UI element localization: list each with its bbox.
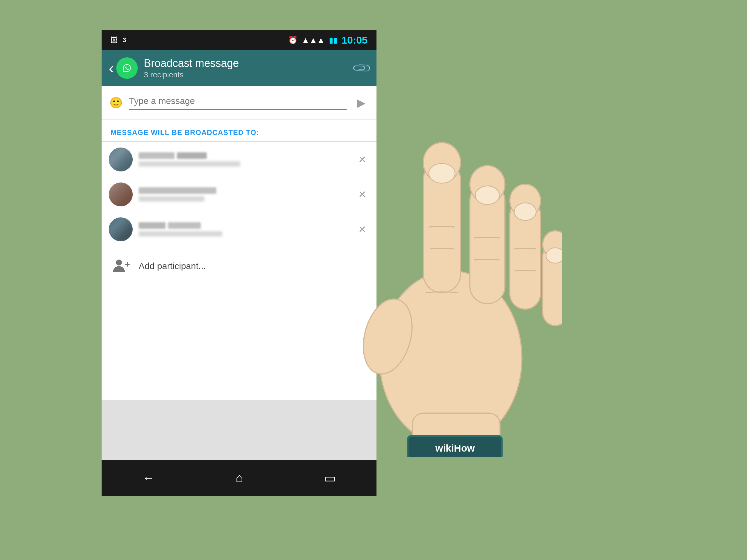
- sub-bar-3: [139, 231, 222, 237]
- svg-point-18: [429, 163, 455, 183]
- emoji-icon: 🙂: [109, 97, 123, 109]
- svg-text:wikiHow: wikiHow: [435, 443, 475, 454]
- name-bar-3b: [168, 222, 201, 229]
- signal-icon: ▲▲▲: [302, 35, 325, 45]
- recipient-avatar-3: [109, 217, 133, 241]
- svg-point-0: [120, 61, 134, 75]
- nav-back-button[interactable]: ←: [142, 471, 154, 485]
- recipient-info-3: [139, 222, 349, 237]
- sub-bar-1: [139, 161, 240, 167]
- svg-point-1: [116, 260, 122, 266]
- whatsapp-logo: [116, 57, 138, 79]
- sim-icon: 3: [123, 36, 126, 44]
- header-text: Broadcast message 3 recipients: [144, 57, 354, 79]
- name-bar-1a: [139, 152, 175, 159]
- page-wrapper: 🖼 3 ⏰ ▲▲▲ ▮▮ 10:05 ‹ Broadcast message: [0, 0, 747, 560]
- recipient-avatar-2: [109, 183, 133, 206]
- hand-svg-group: wikiHow: [356, 143, 562, 457]
- name-bar-3a: [139, 222, 165, 229]
- status-bar-right: ⏰ ▲▲▲ ▮▮ 10:05: [288, 34, 367, 46]
- clock-icon: ⏰: [288, 35, 298, 45]
- recipient-name-row-1: [139, 152, 349, 159]
- recipient-name-row-2: [139, 187, 349, 194]
- add-participant-label: Add participant...: [139, 261, 206, 271]
- status-bar-left: 🖼 3: [110, 36, 126, 44]
- recipient-name-row-3: [139, 222, 349, 229]
- back-button[interactable]: ‹: [109, 59, 114, 77]
- name-bar-1b: [177, 152, 207, 159]
- message-input[interactable]: [129, 96, 346, 106]
- name-bar-2a: [139, 187, 216, 194]
- attach-button[interactable]: 📎: [351, 57, 372, 79]
- send-button[interactable]: ▶: [352, 93, 370, 112]
- battery-icon: ▮▮: [329, 35, 337, 45]
- image-icon: 🖼: [110, 36, 118, 44]
- recipient-info-2: [139, 187, 349, 202]
- hand-illustration: wikiHow: [329, 128, 562, 457]
- message-input-wrapper: [129, 96, 346, 110]
- emoji-button[interactable]: 🙂: [108, 95, 124, 111]
- nav-recent-button[interactable]: ▭: [324, 471, 336, 485]
- recipient-avatar-1: [109, 148, 133, 171]
- header-bar: ‹ Broadcast message 3 recipients 📎: [102, 50, 377, 86]
- message-input-underline: [129, 109, 346, 110]
- svg-point-19: [475, 186, 499, 205]
- time-display: 10:05: [341, 34, 367, 46]
- svg-point-21: [546, 248, 562, 263]
- header-title: Broadcast message: [144, 57, 354, 70]
- sub-bar-2: [139, 196, 204, 202]
- nav-home-button[interactable]: ⌂: [235, 471, 243, 485]
- message-input-area: 🙂 ▶: [102, 86, 377, 120]
- svg-point-20: [514, 203, 536, 220]
- send-icon: ▶: [357, 96, 365, 109]
- add-participant-icon: [109, 254, 133, 278]
- header-subtitle: 3 recipients: [144, 70, 354, 79]
- status-bar: 🖼 3 ⏰ ▲▲▲ ▮▮ 10:05: [102, 30, 377, 50]
- recipient-info-1: [139, 152, 349, 167]
- nav-bar: ← ⌂ ▭: [102, 460, 377, 496]
